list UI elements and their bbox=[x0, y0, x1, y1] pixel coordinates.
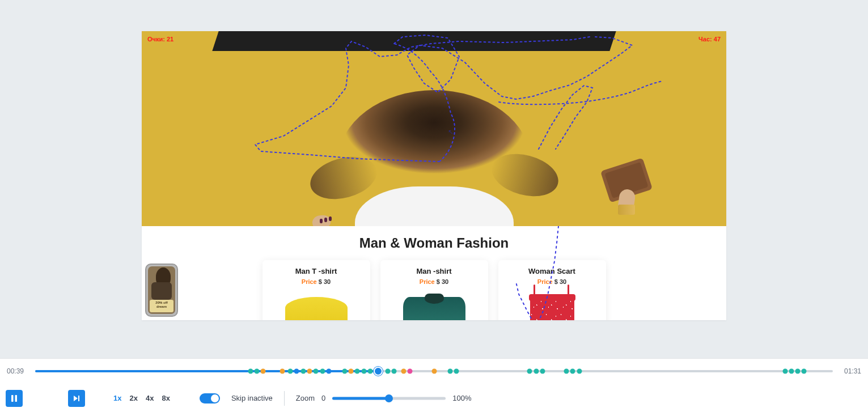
overlay-time: Час: 47 bbox=[698, 36, 721, 43]
timeline-event-orange[interactable] bbox=[307, 369, 312, 374]
product-card[interactable]: Man -shirt Price $ 30 bbox=[380, 260, 488, 320]
speed-option-4x[interactable]: 4x bbox=[145, 393, 155, 403]
product-card[interactable]: Woman Scart Price $ 30 bbox=[498, 260, 606, 320]
timeline-event-teal[interactable] bbox=[367, 369, 372, 374]
zoom-min: 0 bbox=[321, 394, 325, 402]
zoom-control: Zoom 0 100% bbox=[296, 394, 472, 403]
zoom-max: 100% bbox=[452, 394, 471, 402]
skip-inactive-label: Skip inactive bbox=[231, 394, 273, 402]
timeline-track[interactable] bbox=[35, 366, 833, 376]
timeline-thumb[interactable] bbox=[374, 367, 383, 376]
timeline-event-orange[interactable] bbox=[401, 369, 407, 374]
step-forward-button[interactable] bbox=[68, 390, 85, 407]
price-label: Price bbox=[537, 278, 553, 285]
timeline-event-orange[interactable] bbox=[431, 369, 437, 374]
svg-rect-1 bbox=[15, 395, 18, 402]
zoom-label: Zoom bbox=[296, 394, 315, 402]
price-value: $ 30 bbox=[319, 278, 331, 285]
svg-rect-0 bbox=[11, 395, 14, 402]
product-image bbox=[403, 297, 465, 320]
price-label: Price bbox=[420, 278, 435, 285]
skip-inactive-toggle[interactable] bbox=[200, 393, 220, 403]
timeline-event-teal[interactable] bbox=[789, 369, 794, 374]
speed-selector: 1x2x4x8x bbox=[112, 393, 171, 403]
separator bbox=[284, 391, 285, 406]
player-controls: 00:39 01:31 1x2x4x8x Skip inactive Zoom … bbox=[0, 358, 868, 412]
product-card[interactable]: Man T -shirt Price $ 30 bbox=[262, 260, 370, 320]
promo-thumbnail[interactable]: 20% offdream bbox=[145, 264, 178, 317]
timeline-event-teal[interactable] bbox=[570, 369, 575, 374]
product-row: Man T -shirt Price $ 30 Man -shirt Price… bbox=[142, 260, 726, 320]
timeline-event-teal[interactable] bbox=[577, 369, 582, 374]
total-time: 01:31 bbox=[841, 367, 861, 375]
zoom-slider[interactable] bbox=[332, 394, 446, 403]
timeline-event-teal[interactable] bbox=[533, 369, 539, 374]
timeline-event-pink[interactable] bbox=[408, 369, 413, 374]
timeline-event-teal[interactable] bbox=[385, 369, 390, 374]
timeline-event-teal[interactable] bbox=[248, 369, 253, 374]
product-image bbox=[285, 297, 348, 320]
timeline-event-teal[interactable] bbox=[527, 369, 532, 374]
timeline-event-teal[interactable] bbox=[300, 369, 306, 374]
timeline-event-teal[interactable] bbox=[802, 369, 807, 374]
promo-text1: 20% off bbox=[155, 301, 167, 304]
product-title: Woman Scart bbox=[503, 267, 602, 275]
timeline-event-teal[interactable] bbox=[255, 369, 260, 374]
timeline-event-orange[interactable] bbox=[349, 369, 354, 374]
timeline-event-teal[interactable] bbox=[795, 369, 801, 374]
price-value: $ 30 bbox=[437, 278, 448, 285]
timeline-event-teal[interactable] bbox=[454, 369, 459, 374]
timeline-event-teal[interactable] bbox=[564, 369, 569, 374]
product-image bbox=[530, 297, 574, 320]
zoom-thumb[interactable] bbox=[385, 394, 393, 402]
product-title: Man -shirt bbox=[385, 267, 484, 275]
timeline-event-blue[interactable] bbox=[294, 369, 299, 374]
hero-person-image bbox=[236, 90, 633, 226]
timeline-event-teal[interactable] bbox=[447, 369, 452, 374]
timeline-event-orange[interactable] bbox=[280, 369, 285, 374]
current-time: 00:39 bbox=[7, 367, 27, 375]
timeline-event-orange[interactable] bbox=[261, 369, 266, 374]
timeline-event-teal[interactable] bbox=[314, 369, 319, 374]
timeline-event-teal[interactable] bbox=[320, 369, 325, 374]
overlay-score: Очки: 21 bbox=[147, 36, 173, 43]
section-title: Man & Woman Fashion bbox=[142, 232, 726, 260]
product-title: Man T -shirt bbox=[267, 267, 366, 275]
price-label: Price bbox=[302, 278, 317, 285]
timeline-event-blue[interactable] bbox=[326, 369, 331, 374]
timeline-event-teal[interactable] bbox=[782, 369, 787, 374]
hero-navbar bbox=[212, 31, 616, 51]
session-viewport: Очки: 21 Час: 47 ↖ Man & Woman Fas bbox=[142, 31, 726, 320]
timeline-event-teal[interactable] bbox=[288, 369, 293, 374]
timeline-event-teal[interactable] bbox=[392, 369, 397, 374]
timeline-event-teal[interactable] bbox=[342, 369, 347, 374]
svg-rect-2 bbox=[78, 396, 79, 401]
timeline-event-teal[interactable] bbox=[361, 369, 366, 374]
cursor-icon: ↖ bbox=[448, 128, 454, 136]
step-forward-icon bbox=[73, 394, 81, 402]
price-value: $ 30 bbox=[554, 278, 566, 285]
pause-button[interactable] bbox=[6, 390, 23, 407]
promo-text2: dream bbox=[156, 305, 167, 308]
timeline-event-teal[interactable] bbox=[540, 369, 545, 374]
pause-icon bbox=[10, 394, 18, 402]
speed-option-8x[interactable]: 8x bbox=[160, 393, 171, 403]
timeline-event-teal[interactable] bbox=[355, 369, 360, 374]
hero-banner: Очки: 21 Час: 47 ↖ bbox=[142, 31, 726, 226]
speed-option-1x[interactable]: 1x bbox=[112, 393, 122, 403]
speed-option-2x[interactable]: 2x bbox=[128, 393, 138, 403]
